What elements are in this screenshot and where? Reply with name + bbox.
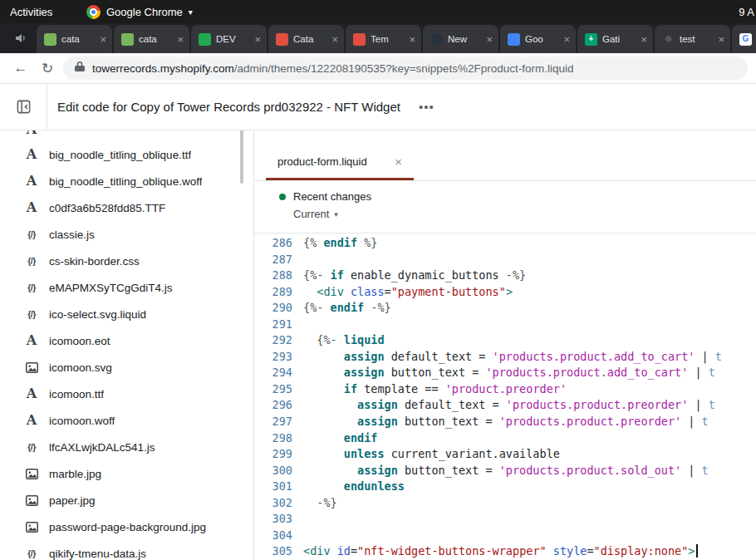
tab-close-icon[interactable]: × bbox=[718, 34, 724, 45]
code-line[interactable]: 293 assign default_text = 'products.prod… bbox=[254, 349, 756, 366]
file-item[interactable]: marble.jpg bbox=[0, 460, 253, 487]
file-item[interactable]: {/}cs-skin-border.css bbox=[0, 248, 253, 274]
code-line[interactable]: 300 assign button_text = 'products.produ… bbox=[254, 463, 756, 479]
file-item[interactable]: {/}eMAPMXSyTCgGdiT4.js bbox=[0, 274, 253, 301]
code-line[interactable]: 298 endif bbox=[254, 430, 756, 447]
code-line[interactable]: 295 if template == 'product.preorder' bbox=[254, 381, 756, 398]
tab-close-icon[interactable]: × bbox=[254, 34, 261, 45]
file-name: marble.jpg bbox=[49, 468, 101, 480]
font-file-icon: A bbox=[24, 387, 39, 400]
tab-close-icon[interactable]: × bbox=[177, 34, 184, 45]
file-item[interactable]: paper.jpg bbox=[0, 487, 253, 513]
code-line[interactable]: 296 assign default_text = 'products.prod… bbox=[254, 397, 756, 414]
browser-tab[interactable]: Cata× bbox=[268, 25, 344, 53]
file-name: ico-select.svg.liquid bbox=[49, 308, 146, 321]
file-item[interactable]: Aicomoon.eot bbox=[0, 327, 253, 354]
code-token: assign bbox=[357, 415, 398, 428]
browser-tab-strip: cata×cata×DEV×Cata×Tem×New×Goo×+Gati×⊕te… bbox=[0, 23, 756, 53]
line-number: 305 bbox=[254, 543, 292, 560]
code-line[interactable]: 290{%- endif -%} bbox=[254, 300, 756, 317]
browser-tab[interactable]: +Gati× bbox=[577, 25, 653, 53]
code-line[interactable]: 292 {%- liquid bbox=[254, 332, 756, 349]
activities-button[interactable]: Activities bbox=[10, 6, 52, 18]
file-item[interactable]: Aicomoon.woff bbox=[0, 407, 253, 434]
code-line[interactable]: 302 -%} bbox=[254, 495, 756, 512]
file-item[interactable]: Abig_noodle_titling_oblique.woff bbox=[0, 168, 253, 194]
code-line[interactable]: 305<div id="nft-widget-buttons-wrapper" … bbox=[254, 543, 756, 560]
code-line[interactable]: 297 assign button_text = 'products.produ… bbox=[254, 414, 756, 430]
file-item[interactable]: {/}lfcAXLwjkDALc541.js bbox=[0, 434, 253, 460]
tab-title: cata bbox=[61, 34, 95, 44]
code-line[interactable]: 286{% endif %} bbox=[254, 235, 756, 252]
more-actions-button[interactable]: ••• bbox=[419, 100, 434, 114]
collapse-sidebar-button[interactable] bbox=[0, 84, 47, 130]
tab-close-icon[interactable]: × bbox=[331, 34, 338, 45]
code-line[interactable]: 301 endunless bbox=[254, 479, 756, 495]
file-name: lfcAXLwjkDALc541.js bbox=[49, 441, 155, 454]
code-line[interactable]: 287 bbox=[254, 252, 756, 268]
close-icon[interactable]: × bbox=[395, 155, 402, 169]
code-line[interactable]: 303 bbox=[254, 511, 756, 528]
browser-tab[interactable]: cata× bbox=[114, 25, 189, 53]
file-item[interactable]: Abig_noodle_titling_oblique.ttf bbox=[0, 141, 253, 168]
code-line[interactable]: 291 bbox=[254, 317, 756, 333]
code-line[interactable]: 299 unless current_variant.available bbox=[254, 446, 756, 463]
code-file-icon: {/} bbox=[24, 549, 39, 558]
code-text: unless current_variant.available bbox=[292, 446, 560, 463]
font-file-icon: A bbox=[24, 334, 39, 347]
code-token: t bbox=[702, 415, 709, 428]
tab-close-icon[interactable]: × bbox=[486, 34, 493, 45]
file-item[interactable]: A bbox=[0, 130, 253, 141]
line-number: 292 bbox=[254, 332, 292, 349]
url-text: towerrecords.myshopify.com/admin/themes/… bbox=[92, 62, 573, 75]
address-bar[interactable]: towerrecords.myshopify.com/admin/themes/… bbox=[63, 56, 748, 80]
tab-close-icon[interactable]: × bbox=[641, 34, 647, 45]
file-name: icomoon.svg bbox=[49, 361, 112, 374]
tab-title: test bbox=[680, 34, 713, 44]
code-line[interactable]: 294 assign button_text = 'products.produ… bbox=[254, 365, 756, 381]
code-token bbox=[303, 350, 344, 363]
code-token: assign bbox=[344, 366, 385, 379]
code-line[interactable]: 288{%- if enable_dynamic_buttons -%} bbox=[254, 268, 756, 284]
browser-tab[interactable]: G bbox=[732, 25, 756, 53]
browser-tab[interactable]: cata× bbox=[37, 25, 112, 53]
code-token: 'products.product.preorder' bbox=[506, 398, 688, 411]
tab-close-icon[interactable]: × bbox=[100, 34, 106, 45]
file-item[interactable]: icomoon.svg bbox=[0, 354, 253, 381]
browser-tab[interactable]: Tem× bbox=[346, 25, 421, 53]
back-button[interactable]: ← bbox=[10, 60, 32, 76]
editor-main: product-form.liquid × Recent changes Cur… bbox=[254, 130, 756, 560]
tab-close-icon[interactable]: × bbox=[409, 34, 415, 45]
code-token: liquid bbox=[344, 333, 385, 346]
code-text: endif bbox=[292, 430, 377, 447]
sidebar-scrollbar[interactable] bbox=[240, 130, 243, 184]
file-item[interactable]: {/}classie.js bbox=[0, 221, 253, 248]
document-tab[interactable]: product-form.liquid × bbox=[266, 142, 414, 180]
file-item[interactable]: {/}ico-select.svg.liquid bbox=[0, 301, 253, 327]
code-token bbox=[547, 544, 553, 558]
code-token: {%- bbox=[303, 268, 331, 282]
font-file-icon: A bbox=[24, 174, 39, 188]
tab-title: Gati bbox=[602, 34, 636, 44]
code-line[interactable]: 304 bbox=[254, 528, 756, 544]
chrome-app-menu[interactable]: Google Chrome ▾ bbox=[86, 5, 193, 19]
tab-close-icon[interactable]: × bbox=[563, 34, 570, 45]
version-dropdown[interactable]: Current ▾ bbox=[293, 208, 756, 220]
browser-tab[interactable]: New× bbox=[423, 25, 498, 53]
file-item[interactable]: Ac0df3a6b528fdd85.TTF bbox=[0, 194, 253, 221]
file-item[interactable]: Aicomoon.ttf bbox=[0, 381, 253, 407]
browser-tab[interactable]: DEV× bbox=[191, 25, 267, 53]
system-clock[interactable]: 9 A bbox=[739, 6, 754, 18]
code-line[interactable]: 289 <div class="payment-buttons"> bbox=[254, 284, 756, 301]
reload-button[interactable]: ↻ bbox=[37, 60, 58, 77]
document-tab-bar: product-form.liquid × bbox=[254, 130, 756, 181]
file-item[interactable]: password-page-background.jpg bbox=[0, 513, 253, 540]
code-token: {%- bbox=[303, 301, 331, 314]
browser-tab[interactable]: ⊕test× bbox=[655, 25, 730, 53]
volume-icon[interactable] bbox=[8, 23, 33, 53]
code-editor[interactable]: 286{% endif %}287288{%- if enable_dynami… bbox=[254, 233, 756, 560]
tab-favicon-icon bbox=[121, 33, 134, 46]
browser-tab[interactable]: Goo× bbox=[500, 25, 576, 53]
code-text: assign default_text = 'products.product.… bbox=[292, 397, 715, 414]
file-item[interactable]: {/}qikify-tmenu-data.js bbox=[0, 540, 253, 560]
